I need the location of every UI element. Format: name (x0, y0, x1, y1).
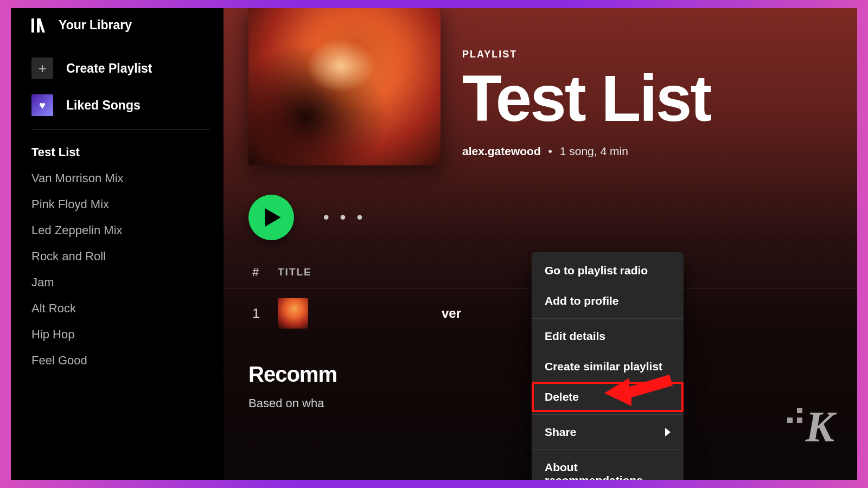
sidebar-playlist-item[interactable]: Jam (31, 269, 210, 296)
context-menu-separator (532, 414, 684, 415)
context-menu-item-label: Edit details (545, 330, 605, 343)
playlist-header-text: PLAYLIST Test List alex.gatewood • 1 son… (462, 49, 711, 165)
context-menu-item-label: Share (545, 426, 576, 439)
sidebar-playlist-item[interactable]: Alt Rock (31, 296, 210, 322)
playlist-cover-art[interactable] (248, 8, 441, 165)
sidebar-playlist-item[interactable]: Test List (31, 139, 210, 165)
context-menu-item[interactable]: Add to profile (532, 286, 684, 316)
more-options-button[interactable]: • • • (317, 204, 372, 231)
app-window: Your Library + Create Playlist ♥ Liked S… (11, 8, 857, 480)
sidebar-playlist-item[interactable]: Led Zeppelin Mix (31, 217, 210, 243)
liked-songs-row[interactable]: ♥ Liked Songs (31, 87, 210, 124)
context-menu-item[interactable]: Edit details (532, 321, 684, 351)
svg-marker-0 (265, 208, 280, 227)
context-menu-item-label: Add to profile (545, 294, 618, 307)
column-number: # (248, 265, 264, 279)
context-menu-item[interactable]: Share (532, 417, 684, 447)
playlist-meta: alex.gatewood • 1 song, 4 min (462, 145, 711, 158)
context-menu-item[interactable]: Create similar playlist (532, 351, 684, 382)
track-title-partial: ver (442, 306, 461, 321)
column-title: TITLE (278, 266, 312, 278)
chevron-right-icon (665, 428, 671, 436)
your-library-row[interactable]: Your Library (31, 14, 210, 50)
sidebar-playlist-item[interactable]: Van Morrison Mix (31, 165, 210, 191)
sidebar-playlist-item[interactable]: Pink Floyd Mix (31, 191, 210, 217)
sidebar: Your Library + Create Playlist ♥ Liked S… (11, 8, 224, 480)
meta-separator: • (544, 145, 557, 157)
playlist-title[interactable]: Test List (462, 66, 711, 131)
context-menu-item[interactable]: Go to playlist radio (532, 255, 684, 286)
context-menu-item[interactable]: About recommendations (532, 452, 684, 480)
playlist-header: PLAYLIST Test List alex.gatewood • 1 son… (224, 8, 857, 176)
context-menu-item-label: Delete (545, 390, 579, 403)
liked-songs-label: Liked Songs (66, 98, 141, 113)
context-menu-separator (532, 318, 684, 319)
sidebar-divider (31, 129, 210, 130)
create-playlist-label: Create Playlist (66, 61, 152, 76)
plus-icon: + (31, 57, 53, 79)
track-thumbnail (278, 298, 308, 329)
content-type-label: PLAYLIST (462, 49, 711, 60)
play-button[interactable] (248, 195, 294, 240)
heart-icon: ♥ (31, 94, 53, 116)
context-menu: Go to playlist radioAdd to profileEdit d… (532, 252, 684, 480)
sidebar-playlist-item[interactable]: Hip Hop (31, 322, 210, 348)
sidebar-playlist-item[interactable]: Rock and Roll (31, 243, 210, 269)
main-panel: PLAYLIST Test List alex.gatewood • 1 son… (224, 8, 857, 480)
sidebar-playlist-item[interactable]: Feel Good (31, 348, 210, 374)
your-library-label: Your Library (59, 18, 132, 33)
playlist-list: Test ListVan Morrison MixPink Floyd MixL… (31, 139, 210, 374)
context-menu-item-label: Create similar playlist (545, 360, 662, 373)
context-menu-separator (532, 450, 684, 450)
action-bar: • • • (224, 176, 857, 255)
context-menu-item-label: About recommendations (545, 461, 671, 480)
play-icon (265, 208, 281, 227)
library-icon (31, 18, 48, 33)
playlist-owner[interactable]: alex.gatewood (462, 145, 541, 157)
context-menu-item-label: Go to playlist radio (545, 264, 648, 277)
playlist-duration: 4 min (600, 145, 628, 157)
context-menu-item[interactable]: Delete (532, 382, 684, 412)
track-index: 1 (248, 306, 264, 321)
create-playlist-row[interactable]: + Create Playlist (31, 50, 210, 87)
playlist-song-count: 1 song, (560, 145, 597, 157)
